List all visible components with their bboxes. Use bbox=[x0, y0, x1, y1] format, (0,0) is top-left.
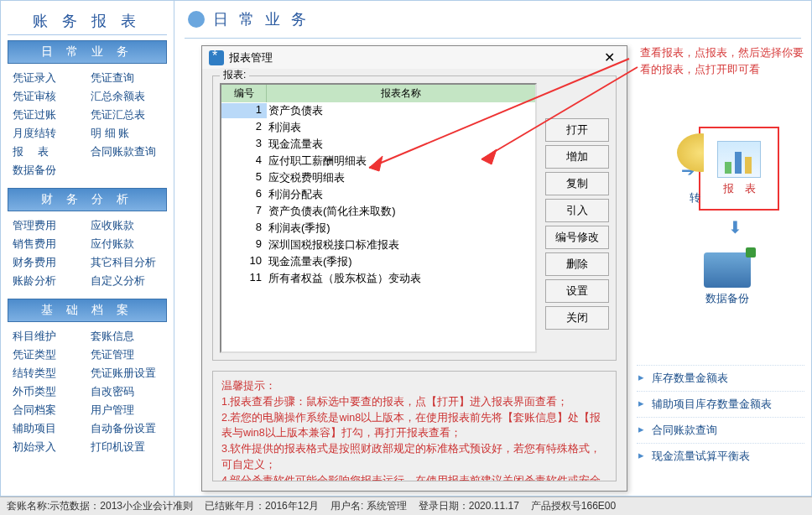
引入-button[interactable]: 引入 bbox=[545, 199, 609, 222]
status-bar: 套账名称:示范数据：2013小企业会计准则 已结账年月：2016年12月 用户名… bbox=[0, 497, 812, 515]
report-list[interactable]: 编号 报表名称 1资产负债表2利润表3现金流量表4应付职工薪酬明细表5应交税费明… bbox=[220, 83, 537, 353]
tip-line: 2.若您的电脑操作系统是win8以上版本，在使用报表前先将【套账信息】处【报表与… bbox=[221, 410, 607, 442]
section-header: 基 础 档 案 bbox=[8, 299, 167, 322]
sidebar-item[interactable]: 凭证管理 bbox=[91, 347, 162, 362]
sidebar-item[interactable]: 月度结转 bbox=[13, 126, 84, 141]
bar-chart-icon bbox=[717, 141, 761, 178]
report-icon-box[interactable]: 报 表 bbox=[699, 127, 779, 211]
sidebar-item[interactable]: 汇总余额表 bbox=[91, 89, 162, 104]
sidebar-item[interactable]: 其它科目分析 bbox=[91, 255, 162, 270]
table-row[interactable]: 10现金流量表(季报) bbox=[221, 253, 535, 270]
col-header-name[interactable]: 报表名称 bbox=[267, 85, 535, 102]
table-row[interactable]: 11所有者权益（股东权益）变动表 bbox=[221, 270, 535, 287]
tips-box: 温馨提示： 1.报表查看步骤：鼠标选中要查的报表，点【打开】进入报表界面查看；2… bbox=[212, 371, 617, 481]
quick-link[interactable]: 库存数量金额表 bbox=[637, 365, 804, 391]
sidebar-item[interactable]: 合同账款查询 bbox=[91, 144, 162, 159]
sidebar-item[interactable]: 凭证查询 bbox=[91, 70, 162, 86]
table-row[interactable]: 6利润分配表 bbox=[221, 186, 535, 203]
sidebar-item[interactable]: 用户管理 bbox=[91, 403, 162, 418]
quick-link[interactable]: 现金流量试算平衡表 bbox=[637, 443, 804, 469]
sidebar-title: 账 务 报 表 bbox=[8, 8, 167, 35]
gear-icon bbox=[188, 11, 205, 28]
删除-button[interactable]: 删除 bbox=[545, 252, 609, 276]
打开-button[interactable]: 打开 bbox=[545, 118, 609, 142]
status-account: 套账名称:示范数据：2013小企业会计准则 bbox=[7, 499, 193, 513]
backup-label: 数据备份 bbox=[705, 292, 749, 304]
table-row[interactable]: 9深圳国税报税接口标准报表 bbox=[221, 237, 535, 253]
sidebar-item[interactable]: 管理费用 bbox=[13, 218, 84, 233]
sidebar-item[interactable]: 结转类型 bbox=[13, 366, 84, 381]
sidebar-item[interactable]: 自动备份设置 bbox=[91, 421, 162, 436]
复制-button[interactable]: 复制 bbox=[545, 172, 609, 195]
table-row[interactable]: 8利润表(季报) bbox=[221, 220, 535, 237]
report-icon-label: 报 表 bbox=[723, 181, 756, 196]
col-header-no[interactable]: 编号 bbox=[221, 85, 267, 102]
sidebar-item[interactable]: 财务费用 bbox=[13, 255, 84, 270]
backup-icon-block[interactable]: 数据备份 bbox=[694, 252, 761, 306]
status-user: 用户名: 系统管理 bbox=[331, 499, 407, 513]
table-row[interactable]: 4应付职工薪酬明细表 bbox=[221, 153, 535, 169]
section-header: 日 常 业 务 bbox=[8, 40, 167, 64]
down-arrow-icon: ⬇ bbox=[728, 217, 742, 237]
sidebar-item[interactable]: 销售费用 bbox=[13, 237, 84, 252]
table-row[interactable]: 3现金流量表 bbox=[221, 136, 535, 153]
annotation-text: 查看报表，点报表，然后选择你要看的报表，点打开即可看 bbox=[640, 44, 804, 77]
quick-link[interactable]: 合同账款查询 bbox=[637, 417, 804, 443]
sidebar-item[interactable]: 自改密码 bbox=[91, 384, 162, 399]
sidebar-item[interactable]: 账龄分析 bbox=[13, 273, 84, 289]
sidebar-item[interactable]: 外币类型 bbox=[13, 384, 84, 399]
sidebar-item[interactable]: 自定义分析 bbox=[91, 273, 162, 289]
table-row[interactable]: 7资产负债表(简化往来取数) bbox=[221, 203, 535, 220]
close-icon[interactable]: ✕ bbox=[599, 49, 620, 65]
sidebar-item[interactable]: 辅助项目 bbox=[13, 421, 84, 436]
quick-link[interactable]: 辅助项目库存数量金额表 bbox=[637, 391, 804, 417]
table-row[interactable]: 2利润表 bbox=[221, 119, 535, 136]
dialog-app-icon bbox=[209, 50, 224, 65]
main-header-title: 日 常 业 务 bbox=[213, 9, 310, 29]
status-login: 登录日期：2020.11.17 bbox=[419, 499, 519, 513]
dialog-titlebar[interactable]: 报表管理 ✕ bbox=[202, 46, 627, 69]
tip-line: 1.报表查看步骤：鼠标选中要查的报表，点【打开】进入报表界面查看； bbox=[221, 394, 607, 410]
table-row[interactable]: 5应交税费明细表 bbox=[221, 169, 535, 186]
sidebar-item[interactable]: 数据备份 bbox=[13, 163, 162, 178]
sidebar-item[interactable]: 套账信息 bbox=[91, 329, 162, 344]
tips-title: 温馨提示： bbox=[221, 378, 607, 394]
table-row[interactable]: 1资产负债表 bbox=[221, 102, 535, 119]
dialog-title: 报表管理 bbox=[229, 50, 273, 65]
sidebar-item[interactable]: 凭证账册设置 bbox=[91, 366, 162, 381]
关闭-button[interactable]: 关闭 bbox=[545, 306, 609, 330]
sidebar-item[interactable]: 凭证类型 bbox=[13, 347, 84, 362]
sidebar-item[interactable]: 明 细 账 bbox=[91, 126, 162, 141]
sidebar-item[interactable]: 应收账款 bbox=[91, 218, 162, 233]
status-period: 已结账年月：2016年12月 bbox=[205, 499, 319, 513]
设置-button[interactable]: 设置 bbox=[545, 279, 609, 303]
sidebar-item[interactable]: 凭证审核 bbox=[13, 89, 84, 104]
partial-label: 转 bbox=[690, 190, 700, 205]
sidebar-item[interactable]: 凭证录入 bbox=[13, 70, 84, 86]
right-quick-links: 库存数量金额表辅助项目库存数量金额表合同账款查询现金流量试算平衡表 bbox=[637, 365, 804, 469]
sidebar-item[interactable]: 科目维护 bbox=[13, 329, 84, 344]
sidebar: 账 务 报 表 日 常 业 务凭证录入凭证查询凭证审核汇总余额表凭证过账凭证汇总… bbox=[0, 0, 174, 497]
report-manager-dialog: 报表管理 ✕ 报表: 编号 报表名称 1资产负债表2利润表3现金流量表4应付职工… bbox=[201, 45, 627, 492]
sidebar-item[interactable]: 打印机设置 bbox=[91, 440, 162, 455]
main-header: 日 常 业 务 bbox=[174, 1, 811, 38]
sidebar-item[interactable]: 合同档案 bbox=[13, 403, 84, 418]
tip-line: 4.部分杀毒软件可能会影响您报表运行，在使用报表前建议关闭杀毒软件或安全卫士等第… bbox=[221, 473, 607, 482]
section-header: 财 务 分 析 bbox=[8, 188, 167, 211]
增加-button[interactable]: 增加 bbox=[545, 145, 609, 169]
sidebar-item[interactable]: 应付账款 bbox=[91, 237, 162, 252]
编号修改-button[interactable]: 编号修改 bbox=[545, 226, 609, 249]
sidebar-item[interactable]: 凭证过账 bbox=[13, 107, 84, 122]
status-auth: 产品授权号166E00 bbox=[531, 499, 616, 513]
fieldset-legend: 报表: bbox=[220, 68, 249, 82]
sidebar-item[interactable]: 凭证汇总表 bbox=[91, 107, 162, 122]
tip-line: 3.软件提供的报表格式是按照财政部规定的标准格式预设好，若您有特殊格式，可自定义… bbox=[221, 441, 607, 473]
sidebar-item[interactable]: 报 表 bbox=[13, 144, 84, 159]
sidebar-item[interactable]: 初始录入 bbox=[13, 440, 84, 455]
backup-icon bbox=[704, 252, 751, 288]
